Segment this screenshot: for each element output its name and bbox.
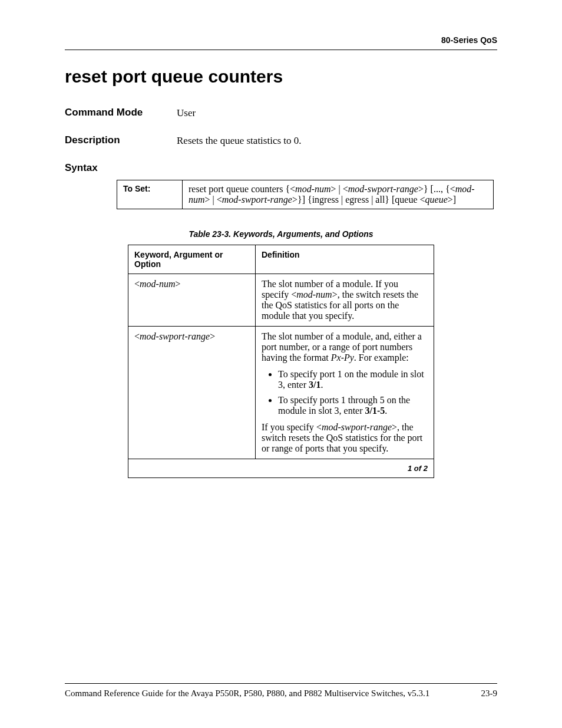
header-section-label: 80-Series QoS — [65, 35, 497, 45]
cmd-text: reset port queue counters {< — [189, 184, 295, 194]
def-text: If you specify < — [262, 422, 322, 432]
cmd-text: > | < — [331, 184, 348, 194]
cmd-arg: mod-swport-range — [348, 184, 418, 194]
description-row: Description Resets the queue statistics … — [65, 134, 497, 147]
cmd-arg: mod-num — [295, 184, 330, 194]
footer-left: Command Reference Guide for the Avaya P5… — [65, 689, 429, 699]
table-row: <mod-num> The slot number of a module. I… — [128, 274, 434, 327]
to-set-label: To Set: — [117, 180, 183, 209]
li-text: To specify port 1 on the module in slot … — [278, 369, 424, 390]
footer-right: 23-9 — [481, 689, 498, 699]
angle-close: > — [210, 331, 215, 341]
cmd-text: > | < — [205, 195, 222, 205]
keyword-cell: <mod-num> — [128, 274, 256, 327]
def-arg: mod-swport-range — [322, 422, 392, 432]
syntax-body — [177, 162, 497, 174]
pager-row: 1 of 2 — [128, 459, 434, 478]
syntax-table: To Set: reset port queue counters {<mod-… — [117, 180, 494, 209]
def-arg: mod-num — [296, 289, 332, 299]
angle-open: < — [134, 331, 140, 341]
li-bold: 3/1 — [309, 380, 320, 390]
command-mode-row: Command Mode User — [65, 107, 497, 119]
pager-text: 1 of 2 — [128, 459, 434, 478]
keyword-cell: <mod-swport-range> — [128, 327, 256, 459]
header-keyword: Keyword, Argument or Option — [128, 245, 256, 274]
keyword-name: mod-swport-range — [140, 331, 210, 341]
table-header-row: Keyword, Argument or Option Definition — [128, 245, 434, 274]
description-value: Resets the queue statistics to 0. — [177, 134, 497, 147]
angle-close: > — [175, 279, 180, 289]
header-definition: Definition — [256, 245, 434, 274]
definition-cell: The slot number of a module, and, either… — [256, 327, 434, 459]
table-caption: Table 23-3. Keywords, Arguments, and Opt… — [65, 229, 497, 239]
cmd-text: >] — [448, 195, 456, 205]
def-arg: Px-Py — [331, 353, 354, 363]
cmd-text: >} [..., {< — [418, 184, 455, 194]
table-row: <mod-swport-range> The slot number of a … — [128, 327, 434, 459]
angle-open: < — [134, 279, 140, 289]
list-item: To specify ports 1 through 5 on the modu… — [278, 395, 428, 416]
syntax-label: Syntax — [65, 162, 177, 174]
header-rule — [65, 50, 497, 50]
command-mode-value: User — [177, 107, 497, 119]
page-title: reset port queue counters — [65, 67, 497, 87]
keywords-table: Keyword, Argument or Option Definition <… — [128, 245, 434, 478]
li-text: To specify ports 1 through 5 on the modu… — [278, 395, 410, 416]
syntax-row: Syntax — [65, 162, 497, 174]
cmd-arg: mod-swport-range — [222, 195, 292, 205]
li-text: . — [320, 380, 323, 390]
example-list: To specify port 1 on the module in slot … — [262, 369, 428, 416]
description-label: Description — [65, 134, 177, 147]
li-text: . — [385, 406, 387, 416]
footer-rule — [65, 683, 497, 684]
syntax-to-set-row: To Set: reset port queue counters {<mod-… — [117, 180, 494, 209]
to-set-command: reset port queue counters {<mod-num> | <… — [183, 180, 494, 209]
cmd-text: >}] {ingress | egress | all} [queue < — [292, 195, 425, 205]
cmd-arg: queue — [425, 195, 448, 205]
page-footer: Command Reference Guide for the Avaya P5… — [65, 683, 497, 699]
page: 80-Series QoS reset port queue counters … — [0, 0, 562, 728]
li-bold: 3/1-5 — [365, 406, 385, 416]
def-text: . For example: — [354, 353, 409, 363]
list-item: To specify port 1 on the module in slot … — [278, 369, 428, 390]
keyword-name: mod-num — [140, 279, 175, 289]
command-mode-label: Command Mode — [65, 107, 177, 119]
definition-cell: The slot number of a module. If you spec… — [256, 274, 434, 327]
